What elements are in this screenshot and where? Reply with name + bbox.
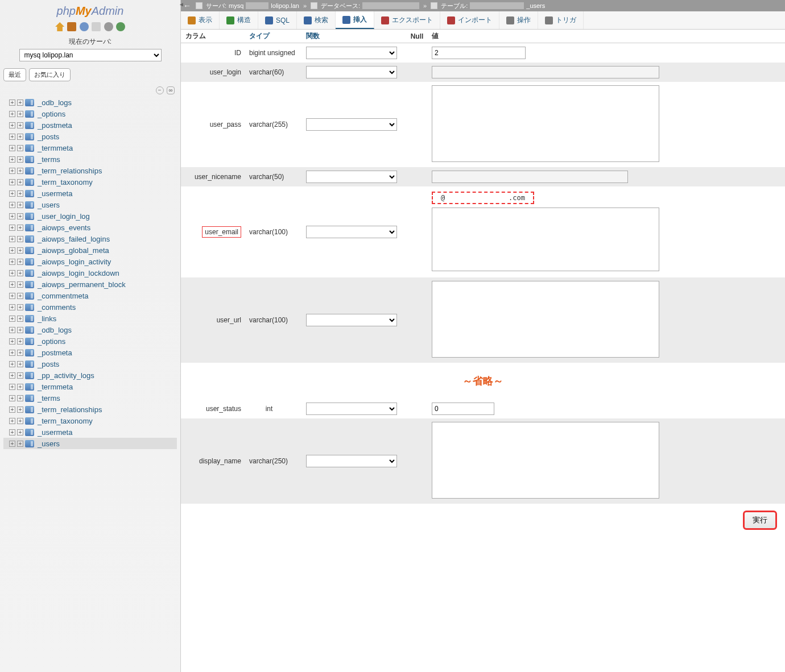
expand-icon[interactable]: + xyxy=(17,145,23,151)
tree-table-item[interactable]: ++_commentmeta xyxy=(3,290,177,301)
expand-icon[interactable]: + xyxy=(17,202,23,208)
expand-icon[interactable]: + xyxy=(17,179,23,185)
table-name[interactable]: _aiowps_login_lockdown xyxy=(38,269,119,277)
expand-icon[interactable]: + xyxy=(17,156,23,163)
tree-table-item[interactable]: ++_comments xyxy=(3,301,177,313)
expand-icon[interactable]: + xyxy=(9,179,15,185)
recent-tab[interactable]: 最近 xyxy=(3,68,26,81)
expand-icon[interactable]: + xyxy=(9,225,15,231)
tree-table-item[interactable]: ++_postmeta xyxy=(3,347,177,358)
expand-icon[interactable]: + xyxy=(9,293,15,299)
expand-icon[interactable]: + xyxy=(9,316,15,322)
table-name[interactable]: _terms xyxy=(38,155,60,164)
table-name[interactable]: _options xyxy=(38,110,65,118)
expand-icon[interactable]: + xyxy=(9,99,15,106)
table-name[interactable]: _term_taxonomy xyxy=(38,417,93,425)
table-name[interactable]: _term_taxonomy xyxy=(38,178,93,186)
tree-table-item[interactable]: ++_user_login_log xyxy=(3,210,177,222)
func-select[interactable] xyxy=(306,455,397,467)
tree-table-item[interactable]: ++_term_relationships xyxy=(3,404,177,415)
reload-icon[interactable] xyxy=(116,22,125,31)
expand-icon[interactable]: + xyxy=(9,395,15,401)
expand-icon[interactable]: + xyxy=(17,418,23,424)
tree-table-item[interactable]: ++_options xyxy=(3,335,177,347)
id-input[interactable] xyxy=(432,47,526,59)
expand-icon[interactable]: + xyxy=(17,134,23,140)
tree-table-item[interactable]: ++_options xyxy=(3,108,177,119)
expand-icon[interactable]: + xyxy=(9,168,15,174)
expand-icon[interactable]: + xyxy=(17,168,23,174)
expand-icon[interactable]: + xyxy=(9,418,15,424)
menu-操作[interactable]: 操作 xyxy=(499,11,538,29)
expand-icon[interactable]: + xyxy=(9,281,15,288)
tree-table-item[interactable]: ++_aiowps_permanent_block xyxy=(3,279,177,290)
table-name[interactable]: _term_relationships xyxy=(38,405,102,414)
table-name[interactable]: _posts xyxy=(38,360,59,368)
expand-icon[interactable]: + xyxy=(9,122,15,128)
tree-table-item[interactable]: ++_aiowps_events xyxy=(3,222,177,233)
user-nicename-input[interactable] xyxy=(432,171,628,183)
table-name[interactable]: _termmeta xyxy=(38,144,73,152)
expand-icon[interactable]: + xyxy=(17,111,23,117)
expand-icon[interactable]: + xyxy=(17,384,23,390)
expand-icon[interactable]: + xyxy=(17,236,23,242)
func-select[interactable] xyxy=(306,66,397,78)
display-name-textarea[interactable] xyxy=(432,422,659,499)
tree-table-item[interactable]: ++_posts xyxy=(3,131,177,142)
crumb-table-label[interactable]: テーブル: xyxy=(441,2,468,10)
func-select[interactable] xyxy=(306,47,397,59)
table-name[interactable]: _aiowps_failed_logins xyxy=(38,235,110,243)
expand-icon[interactable]: + xyxy=(17,338,23,345)
tree-table-item[interactable]: ++_aiowps_login_lockdown xyxy=(3,267,177,279)
expand-icon[interactable]: + xyxy=(9,270,15,276)
table-name[interactable]: _user_login_log xyxy=(38,212,90,221)
expand-icon[interactable]: + xyxy=(17,247,23,254)
tree-table-item[interactable]: ++_aiowps_global_meta xyxy=(3,244,177,256)
func-select[interactable] xyxy=(306,314,397,326)
tree-table-item[interactable]: ++_usermeta xyxy=(3,426,177,438)
expand-icon[interactable]: + xyxy=(17,372,23,379)
expand-icon[interactable]: + xyxy=(17,429,23,435)
table-name[interactable]: _comments xyxy=(38,303,76,312)
user-status-input[interactable] xyxy=(432,403,494,415)
tree-table-item[interactable]: ++_terms xyxy=(3,154,177,165)
menu-エクスポート[interactable]: エクスポート xyxy=(374,11,440,29)
user-url-textarea[interactable] xyxy=(432,281,659,358)
tree-table-item[interactable]: ++_terms xyxy=(3,392,177,404)
head-function[interactable]: 関数 xyxy=(306,31,406,41)
menu-構造[interactable]: 構造 xyxy=(220,11,258,29)
tree-table-item[interactable]: ++_usermeta xyxy=(3,188,177,199)
head-type[interactable]: タイプ xyxy=(249,31,306,41)
expand-icon[interactable]: + xyxy=(9,156,15,163)
expand-icon[interactable]: + xyxy=(9,384,15,390)
tree-table-item[interactable]: ++_odb_logs xyxy=(3,97,177,108)
help-icon[interactable] xyxy=(80,22,89,31)
tree-table-item[interactable]: ++_term_taxonomy xyxy=(3,176,177,188)
link-icon[interactable]: ∞ xyxy=(167,86,175,94)
expand-icon[interactable]: + xyxy=(9,304,15,310)
expand-icon[interactable]: + xyxy=(17,99,23,106)
table-name[interactable]: _odb_logs xyxy=(38,326,72,334)
favorites-tab[interactable]: お気に入り xyxy=(29,68,71,81)
expand-icon[interactable]: + xyxy=(9,202,15,208)
table-name[interactable]: _users xyxy=(38,201,60,209)
tree-table-item[interactable]: ++_aiowps_failed_logins xyxy=(3,233,177,244)
table-name[interactable]: _postmeta xyxy=(38,121,72,130)
func-select[interactable] xyxy=(306,118,397,131)
expand-icon[interactable]: + xyxy=(9,350,15,356)
expand-icon[interactable]: + xyxy=(17,395,23,401)
table-name[interactable]: _usermeta xyxy=(38,189,72,198)
table-name[interactable]: _postmeta xyxy=(38,349,72,357)
server-select[interactable]: mysq lolipop.lan xyxy=(19,49,162,61)
tree-table-item[interactable]: ++_users xyxy=(3,199,177,210)
tree-table-item[interactable]: ++_term_taxonomy xyxy=(3,415,177,426)
expand-icon[interactable]: + xyxy=(9,338,15,345)
panel-resize-handle[interactable]: ◄ xyxy=(181,0,184,672)
func-select[interactable] xyxy=(306,403,397,415)
table-name[interactable]: _aiowps_permanent_block xyxy=(38,280,126,289)
expand-icon[interactable]: + xyxy=(17,259,23,265)
table-name[interactable]: _aiowps_events xyxy=(38,223,90,232)
expand-icon[interactable]: + xyxy=(9,236,15,242)
table-name[interactable]: _users xyxy=(38,439,60,448)
tree-table-item[interactable]: ++_users xyxy=(3,438,177,449)
